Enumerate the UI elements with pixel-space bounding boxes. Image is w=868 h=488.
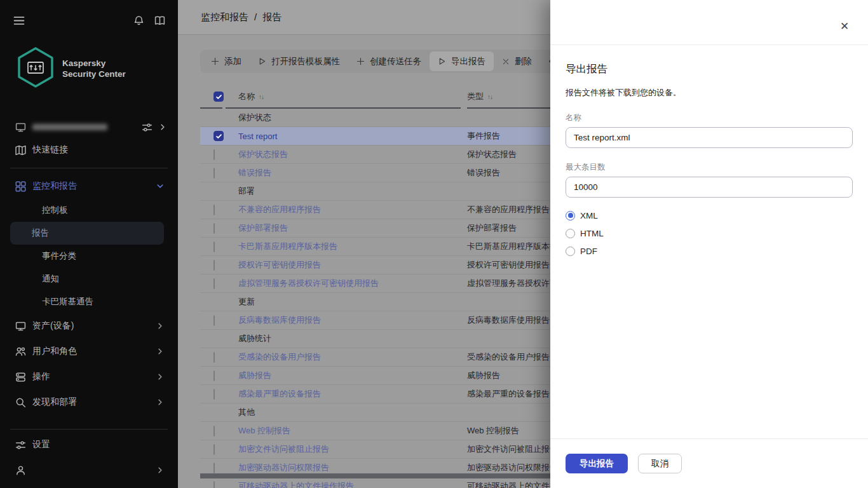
toolbar-button-创建传送任务[interactable]: 创建传送任务 [348,51,430,71]
report-name-link[interactable]: 受感染的设备用户报告 [238,352,321,362]
row-checkbox[interactable] [214,463,215,473]
report-type: 不兼容的应用程序报告 [467,205,550,214]
report-name-input[interactable] [566,127,853,148]
radio-icon[interactable] [566,229,575,238]
sidebar-item-monitoring[interactable]: 监控和报告 [0,173,178,199]
close-icon[interactable]: ✕ [837,20,851,34]
report-type: 加密文件访问被阻止报告 [467,444,558,454]
row-checkbox[interactable] [214,241,215,252]
group-name: 部署 [200,186,255,197]
row-checkbox[interactable] [214,426,215,437]
report-name-link[interactable]: 不兼容的应用程序报告 [238,205,321,214]
report-name-cell: 授权许可密钥使用报告 [226,259,461,271]
report-name-link[interactable]: 加密文件访问被阻止报告 [238,444,329,454]
group-name: 更新 [200,296,255,308]
report-name-cell: 反病毒数据库使用报告 [226,315,461,326]
chevron-right-icon[interactable] [156,373,164,381]
max-entries-input[interactable] [566,177,853,198]
breadcrumb-section[interactable]: 监控和报告 [201,11,248,24]
report-name-link[interactable]: 虚拟管理服务器授权许可密钥使用报告 [238,278,379,288]
row-checkbox[interactable] [214,481,215,488]
row-checkbox[interactable] [214,131,224,141]
chevron-right-icon[interactable] [156,398,164,406]
report-name-link[interactable]: 感染最严重的设备报告 [238,389,321,398]
sidebar-subitem-事件分类[interactable]: 事件分类 [10,245,164,268]
sidebar-item-quick-links[interactable]: 快速链接 [0,137,178,163]
checkbox-cell [200,426,226,436]
report-name-link[interactable]: 加密驱动器访问权限报告 [238,463,329,472]
chevron-right-icon[interactable] [156,348,164,355]
sidebar-subitem-通知[interactable]: 通知 [10,268,164,290]
report-type: 错误报告 [467,168,500,177]
sidebar-subitem-控制板[interactable]: 控制板 [10,199,164,222]
row-checkbox[interactable] [214,260,215,271]
row-checkbox[interactable] [214,389,215,400]
report-name-link[interactable]: 保护部署报告 [238,223,288,233]
report-name-link[interactable]: 可移动驱动器上的文件操作报告 [238,481,354,488]
server-selector[interactable] [0,117,178,137]
sidebar-subitem-label: 通知 [42,273,59,285]
row-checkbox[interactable] [214,444,215,455]
sidebar-top-bar [0,0,178,41]
column-header-名称[interactable]: 名称↑↓ [226,86,461,109]
row-checkbox[interactable] [214,352,215,363]
row-checkbox[interactable] [214,149,215,160]
sidebar-subitem-报告[interactable]: 报告 [10,222,164,245]
chevron-down-icon[interactable] [156,182,164,190]
brand-name: Kaspersky Security Center [62,58,126,79]
row-checkbox[interactable] [214,205,215,215]
checkbox-cell [200,242,226,252]
sort-icon[interactable]: ↑↓ [259,93,264,100]
toolbar-button-label: 添加 [224,56,241,67]
toolbar-button-打开报告模板属性[interactable]: 打开报告模板属性 [250,51,348,71]
chevron-right-icon[interactable] [156,322,164,330]
report-name-link[interactable]: Test report [238,132,277,141]
notifications-bell-icon[interactable] [133,15,144,26]
cancel-button[interactable]: 取消 [638,454,682,473]
report-name-link[interactable]: 威胁报告 [238,370,271,380]
breadcrumb-separator: / [254,11,257,24]
sort-icon[interactable]: ↑↓ [487,93,492,100]
checkbox-cell [200,482,226,488]
format-radio-XML[interactable]: XML [566,207,853,224]
report-name-cell: 保护部署报告 [226,222,461,234]
row-checkbox[interactable] [214,223,215,234]
chevron-right-icon[interactable] [156,466,164,474]
sidebar-subitem-label: 报告 [32,227,49,239]
checkbox-cell [200,150,226,159]
row-checkbox[interactable] [214,315,215,326]
hamburger-menu-icon[interactable] [13,15,25,26]
toolbar-button-导出报告[interactable]: 导出报告 [430,51,494,71]
server-settings-icon[interactable] [142,122,153,133]
export-report-button[interactable]: 导出报告 [566,454,628,473]
help-book-icon[interactable] [154,15,165,26]
report-name-link[interactable]: Web 控制报告 [238,426,290,435]
row-checkbox[interactable] [214,370,215,381]
sidebar-item-settings[interactable]: 设置 [0,432,178,458]
radio-icon[interactable] [566,211,575,220]
sidebar-item-discovery[interactable]: 发现和部署 [0,390,178,415]
report-name-cell: 加密文件访问被阻止报告 [226,444,461,455]
report-name-link[interactable]: 卡巴斯基应用程序版本报告 [238,241,337,251]
radio-icon[interactable] [566,247,575,256]
row-checkbox[interactable] [214,92,224,102]
checkbox-cell [200,261,226,270]
brand: Kaspersky Security Center [17,48,178,89]
row-checkbox[interactable] [214,278,215,289]
sidebar-subitem-卡巴斯基通告[interactable]: 卡巴斯基通告 [10,290,164,313]
format-radio-PDF[interactable]: PDF [566,242,853,260]
report-name-link[interactable]: 授权许可密钥使用报告 [238,260,321,269]
report-name-link[interactable]: 错误报告 [238,168,271,177]
sidebar-item-operations[interactable]: 操作 [0,364,178,390]
chevron-right-icon[interactable] [159,123,166,131]
sidebar-item-assets[interactable]: 资产(设备) [0,313,178,339]
row-checkbox[interactable] [214,168,215,179]
report-type: 反病毒数据库使用报告 [467,315,550,325]
toolbar-button-添加[interactable]: 添加 [203,51,250,71]
sidebar-item-account[interactable] [0,458,178,483]
sidebar-item-users-roles[interactable]: 用户和角色 [0,339,178,364]
report-name-link[interactable]: 反病毒数据库使用报告 [238,315,321,325]
report-name-link[interactable]: 保护状态报告 [238,149,288,159]
toolbar-button-删除[interactable]: 删除 [494,51,540,71]
format-radio-HTML[interactable]: HTML [566,224,853,242]
